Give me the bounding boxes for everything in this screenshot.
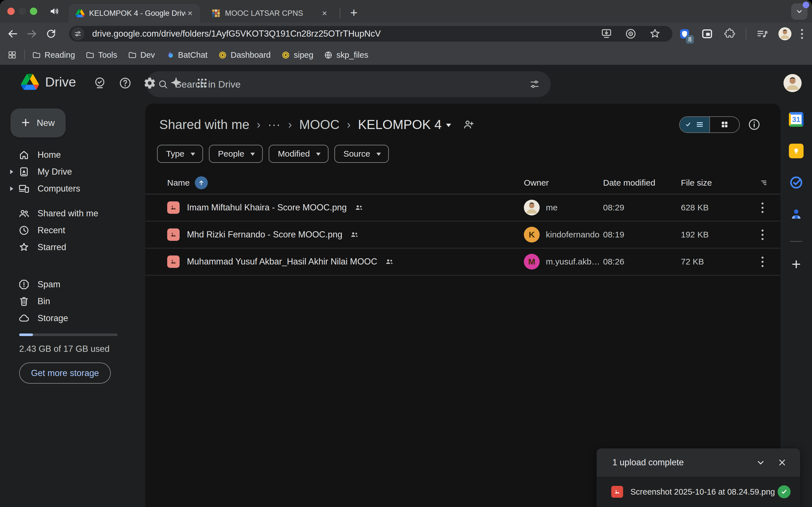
- help-icon[interactable]: [119, 76, 132, 90]
- close-window-button[interactable]: [7, 8, 15, 15]
- search-icon[interactable]: [158, 79, 168, 90]
- install-app-icon[interactable]: [600, 27, 613, 40]
- browser-profile-avatar[interactable]: [778, 27, 792, 40]
- address-bar[interactable]: drive.google.com/drive/folders/1AyfG5VKO…: [69, 26, 672, 42]
- tab-close-icon[interactable]: ×: [320, 9, 329, 17]
- tasks-app-icon[interactable]: [789, 175, 804, 190]
- contacts-app-icon[interactable]: [789, 207, 804, 221]
- calendar-app-icon[interactable]: 31: [789, 112, 804, 127]
- drive-sidebar: + New Home My Drive Computers: [0, 101, 145, 507]
- bookmark-folder-reading[interactable]: Reading: [32, 50, 75, 60]
- column-header-size[interactable]: File size: [681, 178, 712, 187]
- tab-google-drive[interactable]: KELOMPOK 4 - Google Drive ×: [69, 4, 200, 22]
- browser-menu-icon[interactable]: [801, 29, 803, 39]
- expand-caret-icon[interactable]: [10, 186, 13, 191]
- toast-collapse-button[interactable]: [754, 456, 767, 469]
- sidebar-item-computers[interactable]: Computers: [10, 180, 145, 197]
- gemini-sparkle-icon[interactable]: [170, 76, 183, 90]
- breadcrumb-current[interactable]: KELOMPOK 4: [358, 117, 451, 132]
- filter-chip-modified[interactable]: Modified: [269, 145, 328, 163]
- tab-search-button[interactable]: [791, 3, 808, 20]
- tab-mooc-latsar[interactable]: MOOC LATSAR CPNS ×: [205, 4, 335, 22]
- column-header-modified[interactable]: Date modified: [603, 178, 655, 187]
- account-avatar[interactable]: [783, 74, 802, 92]
- reload-button[interactable]: [45, 27, 57, 40]
- password-manager-extension-icon[interactable]: 8: [678, 27, 691, 40]
- column-header-name[interactable]: Name: [167, 178, 190, 187]
- notification-dot: [803, 2, 809, 8]
- tab-audio-icon[interactable]: [49, 6, 60, 17]
- forward-button[interactable]: [26, 27, 38, 40]
- share-folder-icon[interactable]: [462, 118, 475, 131]
- bookmark-label: sipeg: [294, 50, 313, 60]
- sidebar-item-bin[interactable]: Bin: [10, 293, 145, 310]
- sidebar-item-home[interactable]: Home: [10, 147, 145, 163]
- sidebar-item-spam[interactable]: Spam: [10, 276, 145, 293]
- sidebar-item-storage[interactable]: Storage: [10, 310, 145, 327]
- sidebar-item-recent[interactable]: Recent: [10, 222, 145, 239]
- media-controls-icon[interactable]: [756, 27, 769, 40]
- bookmark-folder-tools[interactable]: Tools: [86, 50, 117, 60]
- drive-wordmark: Drive: [45, 74, 76, 90]
- bookmark-sipeg[interactable]: sipeg: [282, 50, 313, 60]
- sort-options-icon[interactable]: [758, 178, 767, 187]
- column-header-owner[interactable]: Owner: [524, 178, 549, 187]
- extensions-puzzle-icon[interactable]: [723, 27, 736, 40]
- chip-label: People: [218, 149, 244, 159]
- breadcrumb-parent[interactable]: MOOC: [299, 117, 340, 132]
- expand-caret-icon[interactable]: [10, 170, 13, 174]
- tab-close-icon[interactable]: ×: [186, 9, 194, 17]
- row-more-menu-icon[interactable]: [762, 203, 763, 213]
- list-view-button[interactable]: [680, 117, 710, 132]
- uploaded-file-row[interactable]: Screenshot 2025-10-16 at 08.24.59.png: [597, 476, 800, 507]
- grid-view-button[interactable]: [710, 117, 740, 132]
- search-options-icon[interactable]: [529, 79, 540, 90]
- preview-eye-icon[interactable]: [624, 27, 637, 40]
- file-size: 72 KB: [681, 257, 704, 266]
- bookmark-label: Dev: [140, 50, 155, 60]
- new-tab-button[interactable]: +: [346, 6, 361, 21]
- sidebar-item-label: My Drive: [38, 167, 72, 177]
- file-row[interactable]: Mhd Rizki Fernando - Score MOOC.png K ki…: [145, 221, 780, 248]
- bookmark-label: Dashboard: [231, 50, 271, 60]
- spam-icon: [18, 279, 30, 290]
- file-name: Mhd Rizki Fernando - Score MOOC.png: [187, 230, 342, 240]
- bookmark-dashboard[interactable]: Dashboard: [218, 50, 271, 60]
- bookmark-folder-dev[interactable]: Dev: [128, 50, 155, 60]
- picture-in-picture-extension-icon[interactable]: [701, 27, 714, 40]
- filter-chip-type[interactable]: Type: [157, 145, 203, 163]
- breadcrumb-root[interactable]: Shared with me: [159, 117, 250, 132]
- file-row[interactable]: Imam Miftahul Khaira - Score MOOC.png me…: [145, 194, 780, 221]
- plus-icon: +: [21, 115, 30, 130]
- google-apps-grid-icon[interactable]: [196, 76, 209, 90]
- sort-ascending-icon[interactable]: [195, 176, 208, 189]
- modified-time: 08:19: [603, 230, 624, 239]
- row-more-menu-icon[interactable]: [762, 230, 763, 240]
- toast-close-button[interactable]: [775, 456, 789, 469]
- sidebar-item-shared-with-me[interactable]: Shared with me: [10, 205, 145, 222]
- get-more-storage-button[interactable]: Get more storage: [19, 362, 111, 384]
- add-panel-app-icon[interactable]: +: [792, 256, 801, 272]
- sidebar-item-my-drive[interactable]: My Drive: [10, 163, 145, 180]
- info-icon[interactable]: [748, 118, 761, 131]
- file-row[interactable]: Muhammad Yusuf Akbar_Hasil Akhir Nilai M…: [145, 248, 780, 276]
- site-settings-button[interactable]: [71, 27, 84, 40]
- breadcrumb-more-button[interactable]: ···: [268, 118, 281, 131]
- row-more-menu-icon[interactable]: [762, 257, 763, 267]
- keep-app-icon[interactable]: [789, 144, 804, 158]
- new-button[interactable]: + New: [10, 108, 66, 137]
- side-panel-grid-icon[interactable]: [7, 50, 17, 60]
- drive-brand[interactable]: Drive: [21, 74, 76, 90]
- settings-gear-icon[interactable]: [143, 76, 156, 90]
- zoom-window-button[interactable]: [30, 8, 37, 15]
- offline-status-icon[interactable]: [93, 76, 106, 90]
- bookmark-skp-files[interactable]: skp_files: [324, 50, 368, 60]
- minimize-window-button[interactable]: [18, 8, 26, 15]
- bookmark-batchat[interactable]: BatChat: [165, 50, 207, 60]
- sidebar-item-starred[interactable]: Starred: [10, 239, 145, 256]
- filter-chip-source[interactable]: Source: [335, 145, 389, 163]
- url-text[interactable]: drive.google.com/drive/folders/1AyfG5VKO…: [92, 29, 380, 39]
- back-button[interactable]: [6, 27, 19, 40]
- bookmark-star-icon[interactable]: [649, 27, 661, 40]
- filter-chip-people[interactable]: People: [209, 145, 263, 163]
